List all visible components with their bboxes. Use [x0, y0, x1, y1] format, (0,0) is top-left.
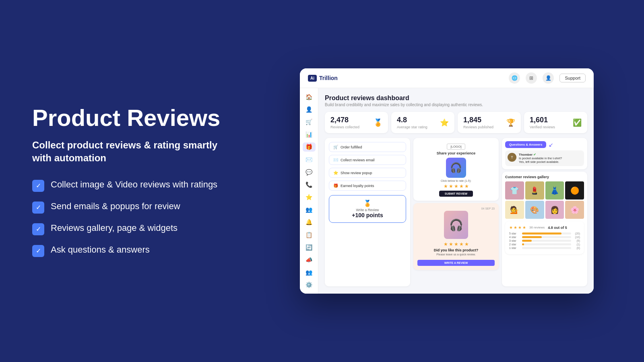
stat-num-collected: 2,478: [330, 116, 359, 124]
star-2: ★: [449, 183, 453, 189]
main-content: 🏠 👤 🛒 📊 🎁 ✉️ 💬 📞 ⭐ 👥 🔔 📋 🔄 📣 👥 ⚙️ Pro: [300, 88, 594, 294]
feature-item-3: ✓ Reviews gallery, page & widgets: [32, 222, 225, 235]
sidebar-phone[interactable]: 📞: [303, 180, 316, 189]
stat-icon-avg: ⭐: [440, 118, 449, 127]
review-date: 04 SEP 23: [417, 207, 495, 210]
flow-reward-card: 🏅 Write a Review +100 points: [329, 195, 406, 223]
review-bottom-stars: ★ ★ ★ ★ ★: [417, 241, 495, 247]
gallery-panel: Customer reviews gallery 👕 💄 👗 🟠 💁 🎨 👩 🌸: [502, 172, 587, 286]
reward-points: +100 points: [333, 212, 402, 218]
flow-step-loyalty: 🎁 Earned loyalty points: [329, 181, 406, 191]
star-5: ★: [464, 183, 469, 189]
form-stars: ★ ★ ★ ★ ★: [417, 183, 495, 189]
gallery-item-2: 💄: [525, 181, 544, 200]
sidebar-chat[interactable]: 💬: [303, 167, 316, 177]
sidebar-bell[interactable]: 🔔: [303, 218, 316, 227]
flow-step-popup: ⭐ Show review popup: [329, 168, 406, 178]
sidebar-sync[interactable]: 🔄: [303, 243, 316, 252]
grid-icon[interactable]: ⊞: [526, 72, 537, 84]
gallery-item-8: 🌸: [565, 201, 584, 219]
qa-card: T Thomber ✔ Is pocket available in the t…: [505, 150, 584, 166]
gallery-title: Customer reviews gallery: [505, 175, 584, 179]
check-icon-1: ✓: [32, 180, 44, 192]
right-panel: Ai Trillion 🌐 ⊞ 👤 Support 🏠 👤 🛒 📊 🎁 ✉️ 💬: [250, 60, 644, 302]
gallery-item-6: 🎨: [525, 201, 544, 219]
review-person-image: 🎧: [444, 211, 468, 239]
rating-count: 36 reviews: [529, 226, 545, 229]
rating-bar-1: 1 star (0): [509, 247, 580, 249]
gallery-grid: 👕 💄 👗 🟠 💁 🎨 👩 🌸: [505, 181, 584, 219]
review-star-4: ★: [459, 241, 464, 247]
popup-question: Did you like this product?: [417, 248, 495, 252]
review-star-2: ★: [449, 241, 453, 247]
review-popup-icon: ⭐: [333, 171, 338, 175]
rating-bar-3: 3 star (5): [509, 239, 580, 242]
globe-icon[interactable]: 🌐: [509, 72, 520, 84]
stat-num-avg: 4.8: [397, 116, 427, 124]
rating-stars: ★ ★ ★ ★: [509, 225, 526, 230]
sidebar-user[interactable]: 👤: [303, 105, 316, 114]
qa-button[interactable]: Questions & Answers: [505, 141, 546, 148]
rating-bar-2: 2 star (1): [509, 243, 580, 246]
rating-panel: ★ ★ ★ ★ 36 reviews 4.8 out of 5 5: [505, 221, 584, 254]
support-button[interactable]: Support: [559, 74, 586, 82]
sidebar-gift[interactable]: 🎁: [303, 142, 316, 152]
sidebar: 🏠 👤 🛒 📊 🎁 ✉️ 💬 📞 ⭐ 👥 🔔 📋 🔄 📣 👥 ⚙️: [300, 88, 318, 294]
share-text: Share your experience: [417, 151, 495, 155]
check-icon-2: ✓: [32, 202, 44, 214]
review-form-top: [LOGO] Share your experience 🎧 Click bel…: [413, 138, 499, 201]
sidebar-mail[interactable]: ✉️: [303, 155, 316, 164]
sidebar-megaphone[interactable]: 📣: [303, 255, 316, 264]
dashboard-area: Product reviews dashboard Build brand cr…: [318, 88, 594, 294]
gallery-item-5: 💁: [505, 201, 524, 219]
gift-icon: 🎁: [333, 183, 338, 188]
sidebar-cart[interactable]: 🛒: [303, 117, 316, 126]
logo-text: Trillion: [319, 75, 338, 81]
right-panels: Questions & Answers ↙ T Thomber ✔: [502, 138, 587, 286]
qa-user-name: Thomber ✔: [519, 153, 562, 156]
star-1: ★: [444, 183, 448, 189]
stats-row: 2,478 Reviews collected 🏅 4.8 Average st…: [325, 112, 587, 133]
sidebar-settings[interactable]: ⚙️: [303, 280, 316, 290]
write-review-button[interactable]: WRITE A REVIEW: [417, 260, 495, 266]
dashboard-window: Ai Trillion 🌐 ⊞ 👤 Support 🏠 👤 🛒 📊 🎁 ✉️ 💬: [300, 68, 594, 294]
stat-label-verified: Verified reviews: [530, 125, 555, 129]
popup-description: Please leave us a quick review.: [417, 253, 495, 256]
stat-card-verified: 1,601 Verified reviews ✅: [524, 112, 587, 133]
logo-area: Ai Trillion: [308, 75, 338, 82]
r-star-3: ★: [518, 225, 522, 230]
feature-list: ✓ Collect image & Video reviews with rat…: [32, 179, 225, 257]
sidebar-star[interactable]: ⭐: [303, 193, 316, 202]
qa-arrow-icon: ↙: [549, 142, 553, 148]
sidebar-team[interactable]: 👥: [303, 205, 316, 214]
email-icon: ✉️: [333, 158, 338, 162]
reward-icon: 🏅: [333, 200, 402, 207]
qa-avatar: T: [508, 153, 516, 162]
verified-icon: ✔: [533, 153, 536, 156]
cart-icon: 🛒: [333, 145, 338, 149]
flow-panel: 🛒 Order fulfilled ✉️ Collect reviews ema…: [325, 138, 410, 286]
rating-avg: 4.8 out of 5: [548, 226, 567, 230]
sidebar-chart[interactable]: 📊: [303, 130, 316, 139]
review-star-3: ★: [454, 241, 458, 247]
feature-item-1: ✓ Collect image & Video reviews with rat…: [32, 179, 225, 192]
sidebar-docs[interactable]: 📋: [303, 230, 316, 239]
stat-card-avg-rating: 4.8 Average star rating ⭐: [391, 112, 454, 133]
stat-label-avg: Average star rating: [397, 125, 427, 129]
page-title: Product reviews dashboard: [325, 95, 587, 102]
form-logo: [LOGO]: [447, 144, 465, 150]
stat-num-verified: 1,601: [530, 116, 555, 124]
reward-label: Write a Review: [333, 208, 402, 212]
submit-review-button[interactable]: SUBMIT REVIEW: [439, 191, 473, 197]
review-star-1: ★: [444, 241, 448, 247]
qa-header: Questions & Answers ↙: [505, 141, 584, 148]
flow-step-email: ✉️ Collect reviews email: [329, 155, 406, 165]
main-title: Product Reviews: [32, 105, 225, 131]
user-avatar[interactable]: 👤: [543, 72, 554, 84]
sidebar-group[interactable]: 👥: [303, 268, 316, 277]
sidebar-home[interactable]: 🏠: [303, 92, 316, 101]
stat-num-published: 1,845: [463, 116, 493, 124]
check-icon-4: ✓: [32, 245, 44, 257]
qa-panel: Questions & Answers ↙ T Thomber ✔: [502, 138, 587, 169]
rating-bar-4: 4 star (10): [509, 236, 580, 239]
